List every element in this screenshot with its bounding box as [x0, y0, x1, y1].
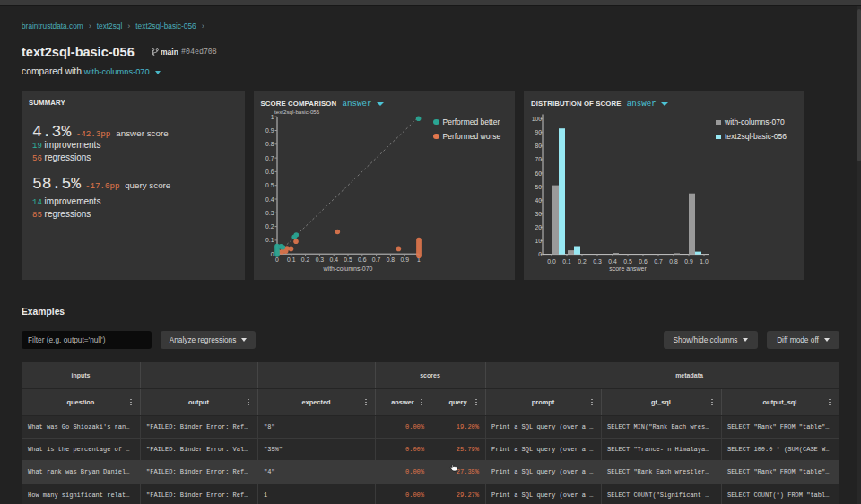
svg-text:0.5: 0.5: [344, 256, 352, 263]
svg-text:0.6: 0.6: [265, 169, 274, 175]
svg-text:0.2: 0.2: [300, 256, 309, 263]
svg-text:0.1: 0.1: [287, 256, 296, 263]
svg-text:0.0: 0.0: [547, 258, 556, 265]
svg-text:20: 20: [535, 224, 542, 230]
svg-text:0.7: 0.7: [654, 258, 663, 265]
svg-text:0.3: 0.3: [593, 258, 602, 265]
svg-text:0.4: 0.4: [329, 256, 338, 263]
svg-text:1: 1: [270, 114, 274, 120]
svg-text:60: 60: [535, 170, 542, 177]
svg-text:0.9: 0.9: [684, 258, 693, 265]
svg-text:0.4: 0.4: [608, 258, 617, 265]
svg-text:text2sql-basic-056: text2sql-basic-056: [274, 109, 320, 115]
svg-text:with-columns-070: with-columns-070: [322, 265, 372, 272]
svg-text:0.5: 0.5: [623, 258, 632, 265]
svg-text:0.7: 0.7: [371, 256, 380, 263]
svg-text:50: 50: [535, 184, 542, 190]
svg-text:0.8: 0.8: [265, 141, 274, 147]
svg-text:0.3: 0.3: [315, 256, 324, 263]
svg-text:100: 100: [532, 116, 543, 122]
svg-text:80: 80: [535, 143, 542, 149]
svg-text:0.1: 0.1: [265, 237, 274, 243]
svg-text:0.6: 0.6: [358, 256, 367, 263]
svg-text:40: 40: [535, 197, 542, 204]
svg-text:30: 30: [535, 211, 542, 217]
svg-text:0.7: 0.7: [265, 155, 274, 161]
svg-text:0.5: 0.5: [265, 182, 274, 188]
svg-text:0.8: 0.8: [386, 256, 395, 263]
svg-text:0: 0: [270, 251, 274, 257]
svg-text:70: 70: [535, 156, 542, 162]
svg-text:0.6: 0.6: [639, 258, 648, 265]
svg-text:0.9: 0.9: [265, 127, 274, 134]
svg-text:0: 0: [538, 251, 542, 257]
svg-text:0.2: 0.2: [578, 258, 587, 265]
svg-text:0.9: 0.9: [400, 256, 409, 263]
svg-text:score answer: score answer: [609, 265, 647, 272]
svg-text:10: 10: [535, 238, 542, 244]
svg-text:1.0: 1.0: [700, 258, 709, 265]
svg-text:0.4: 0.4: [265, 196, 274, 203]
svg-text:0.2: 0.2: [265, 223, 274, 230]
svg-text:90: 90: [535, 129, 542, 135]
svg-text:0.3: 0.3: [265, 210, 274, 216]
svg-text:0.8: 0.8: [669, 258, 678, 265]
svg-text:0.1: 0.1: [562, 258, 571, 265]
